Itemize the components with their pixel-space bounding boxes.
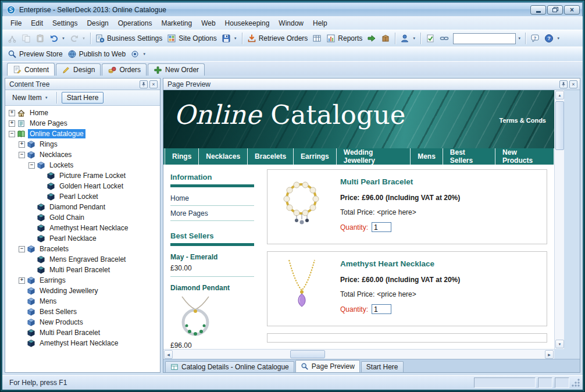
- preview-nav-necklaces[interactable]: Necklaces: [199, 148, 248, 165]
- menu-design[interactable]: Design: [82, 17, 113, 29]
- product-title[interactable]: Amethyst Heart Necklace: [340, 259, 462, 268]
- tab-design[interactable]: Design: [56, 63, 101, 76]
- preview-nav-rings[interactable]: Rings: [165, 148, 199, 165]
- tree-item-multi-pearl-bracelet[interactable]: Multi Pearl Bracelet: [5, 265, 160, 275]
- close-panel-icon[interactable]: ×: [149, 80, 158, 88]
- preview-vertical-scrollbar[interactable]: ▲ ▼: [554, 90, 564, 349]
- package-button[interactable]: [379, 33, 393, 44]
- new-item-button[interactable]: New Item ▼: [9, 92, 52, 104]
- menu-settings[interactable]: Settings: [48, 17, 82, 29]
- reports-button[interactable]: Reports: [324, 33, 365, 44]
- product-title[interactable]: Multi Pearl Bracelet: [340, 177, 462, 186]
- menu-housekeeping[interactable]: Housekeeping: [220, 17, 274, 29]
- preview-nav-wedding-jewellery[interactable]: Wedding Jewellery: [337, 148, 411, 165]
- help-button[interactable]: ?▼: [542, 33, 562, 44]
- tree-item-best-sellers[interactable]: Best Sellers: [5, 307, 160, 317]
- site-options-button[interactable]: Site Options: [165, 33, 219, 44]
- expand-toggle[interactable]: +: [19, 141, 25, 148]
- tree-item-pearl-locket[interactable]: Pearl Locket: [5, 191, 160, 202]
- sidebar-link-home[interactable]: Home: [170, 191, 254, 206]
- collapse-toggle[interactable]: −: [28, 162, 35, 169]
- dropdown-caret[interactable]: ▼: [142, 52, 146, 56]
- find-order-button[interactable]: [310, 33, 324, 44]
- tree-item-necklaces[interactable]: −Necklaces: [5, 149, 160, 160]
- menu-file[interactable]: File: [6, 17, 26, 29]
- close-panel-icon[interactable]: ×: [569, 80, 577, 88]
- tree-item-lockets[interactable]: −Lockets: [5, 160, 160, 170]
- seller-link[interactable]: May - Emerald: [170, 250, 254, 263]
- quantity-input[interactable]: [372, 222, 391, 232]
- tree-item-multi-pearl-bracelet[interactable]: Multi Pearl Bracelet: [5, 327, 160, 338]
- links-button[interactable]: [437, 33, 451, 44]
- preview-nav-earrings[interactable]: Earrings: [294, 148, 337, 165]
- preview-tab-start-here[interactable]: Start Here: [361, 361, 404, 372]
- collapse-toggle[interactable]: −: [9, 131, 15, 137]
- tree-item-pearl-necklace[interactable]: Pearl Necklace: [5, 233, 160, 244]
- menu-window[interactable]: Window: [274, 17, 308, 29]
- tree-item-earrings[interactable]: +Earrings: [5, 275, 160, 286]
- minimize-button[interactable]: [530, 5, 546, 15]
- preview-tab-page-preview[interactable]: Page Preview: [295, 360, 360, 372]
- menu-help[interactable]: Help: [308, 17, 332, 29]
- expand-toggle[interactable]: +: [9, 120, 15, 127]
- terms-and-conds-link[interactable]: Terms & Conds: [500, 117, 546, 124]
- start-here-button[interactable]: Start Here: [62, 92, 104, 104]
- dropdown-caret[interactable]: ▼: [82, 37, 85, 40]
- tree-item-online-catalogue[interactable]: −Online Catalogue: [5, 129, 160, 139]
- dropdown-caret[interactable]: ▼: [412, 37, 416, 40]
- collapse-toggle[interactable]: −: [19, 152, 25, 158]
- tree-item-amethyst-heart-necklace[interactable]: Amethyst Heart Necklace: [5, 338, 160, 348]
- checklist-button[interactable]: [423, 33, 437, 44]
- help-bubble-button[interactable]: ?: [528, 33, 542, 44]
- quantity-input[interactable]: [372, 304, 391, 314]
- undo-button[interactable]: ▼: [47, 33, 67, 44]
- tree-item-diamond-pendant[interactable]: Diamond Pendant: [5, 202, 160, 212]
- dropdown-caret[interactable]: ▼: [62, 37, 65, 40]
- menu-marketing[interactable]: Marketing: [156, 17, 197, 29]
- tree-item-gold-chain[interactable]: Gold Chain: [5, 212, 160, 223]
- menu-web[interactable]: Web: [197, 17, 220, 29]
- tab-orders[interactable]: Orders: [102, 63, 147, 76]
- resize-grip[interactable]: [572, 379, 580, 387]
- pin-icon[interactable]: [559, 80, 568, 88]
- scroll-left-arrow[interactable]: ◀: [164, 350, 173, 359]
- menu-edit[interactable]: Edit: [26, 17, 48, 29]
- import-button[interactable]: [365, 33, 379, 44]
- pin-icon[interactable]: [140, 80, 148, 88]
- collapse-toggle[interactable]: −: [19, 246, 25, 252]
- preview-nav-best-sellers[interactable]: Best Sellers: [443, 148, 495, 165]
- tree-item-amethyst-heart-necklace[interactable]: Amethyst Heart Necklace: [5, 223, 160, 233]
- tree-item-wedding-jewellery[interactable]: Wedding Jewellery: [5, 286, 160, 296]
- expand-toggle[interactable]: +: [19, 277, 25, 284]
- tree-item-new-products[interactable]: New Products: [5, 317, 160, 327]
- retrieve-orders-button[interactable]: Retrieve Orders: [245, 33, 311, 44]
- dropdown-caret[interactable]: ▼: [234, 37, 237, 40]
- preview-horizontal-scrollbar[interactable]: ◀ ▶: [163, 349, 554, 359]
- vertical-scroll-thumb[interactable]: [555, 101, 564, 150]
- tree-item-picture-frame-locket[interactable]: Picture Frame Locket: [5, 170, 160, 181]
- tree-item-golden-heart-locket[interactable]: Golden Heart Locket: [5, 181, 160, 191]
- preview-tab-catalog-details-online-catalogue[interactable]: Catalog Details - Online Catalogue: [165, 361, 294, 372]
- search-input[interactable]: [453, 33, 516, 44]
- tree-item-rings[interactable]: +Rings: [5, 139, 160, 149]
- expand-toggle[interactable]: +: [9, 110, 15, 116]
- tree-item-more-pages[interactable]: +More Pages: [5, 118, 160, 129]
- tree-item-home[interactable]: +Home: [5, 108, 160, 118]
- sidebar-link-more-pages[interactable]: More Pages: [170, 206, 254, 221]
- tab-content[interactable]: Content: [7, 63, 55, 76]
- tab-new-order[interactable]: New Order: [148, 63, 205, 76]
- close-button[interactable]: ×: [564, 5, 580, 15]
- restore-button[interactable]: [547, 5, 563, 15]
- tree-item-mens[interactable]: Mens: [5, 296, 160, 307]
- menu-operations[interactable]: Operations: [113, 17, 157, 29]
- horizontal-scroll-thumb[interactable]: [290, 350, 325, 358]
- view-options-button[interactable]: ▼: [128, 48, 148, 60]
- tree-item-mens-engraved-bracelet[interactable]: Mens Engraved Bracelet: [5, 254, 160, 265]
- contacts-button[interactable]: ▼: [398, 33, 418, 44]
- scroll-up-arrow[interactable]: ▲: [555, 91, 564, 99]
- scroll-down-arrow[interactable]: ▼: [555, 340, 564, 348]
- save-button[interactable]: ▼: [219, 33, 240, 44]
- publish-to-web-button[interactable]: Publish to Web: [65, 48, 129, 60]
- preview-nav-mens[interactable]: Mens: [411, 148, 443, 165]
- preview-nav-new-products[interactable]: New Products: [495, 148, 554, 165]
